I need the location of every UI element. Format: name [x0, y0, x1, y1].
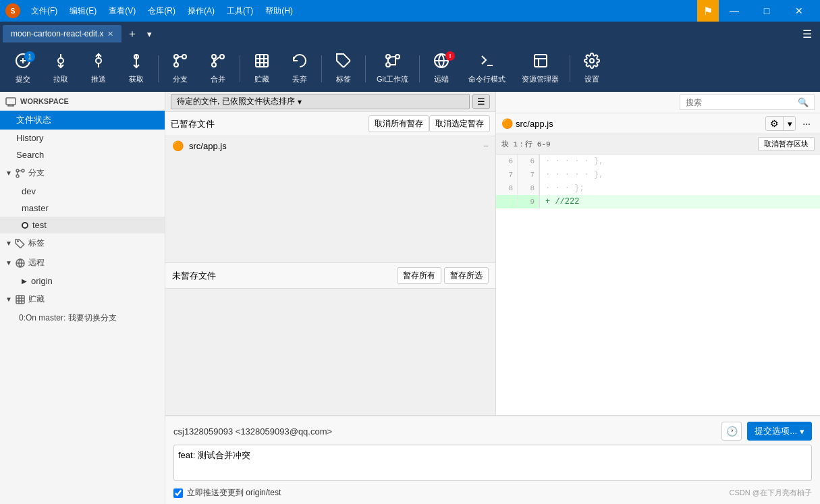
diff-line-7: 7 7 · · · · · },: [496, 168, 820, 181]
svg-rect-38: [6, 98, 16, 105]
settings-button[interactable]: 设置: [574, 50, 609, 87]
menu-view[interactable]: 查看(V): [103, 3, 141, 20]
svg-point-18: [220, 55, 224, 59]
diff-chunk-header: 块 1：行 6-9 取消暂存区块: [496, 134, 820, 155]
unstaged-file-list: [165, 289, 495, 415]
gitflow-button[interactable]: Git工作流: [370, 50, 415, 87]
branch-button[interactable]: 分支: [163, 50, 198, 87]
gitflow-label: Git工作流: [377, 74, 408, 84]
remote-collapse[interactable]: ▼ 远程: [0, 253, 165, 273]
stash-item-0[interactable]: 0:On master: 我要切换分支: [0, 309, 165, 327]
commit-clock-button[interactable]: 🕐: [721, 422, 742, 441]
pull-button[interactable]: 拉取: [43, 50, 78, 87]
diff-search-bar: 🔍: [496, 92, 820, 113]
menu-icon-button[interactable]: ☰: [472, 94, 490, 109]
maximize-button[interactable]: □: [751, 0, 782, 22]
tag-button[interactable]: 标签: [326, 50, 361, 87]
search-input-area[interactable]: 🔍: [680, 94, 815, 110]
branch-master[interactable]: master: [0, 200, 165, 217]
svg-rect-49: [16, 296, 24, 304]
toolbar-sep-5: [419, 55, 420, 82]
diff-line-9-added: 9 + //222: [496, 195, 820, 208]
diff-line-nums-7: 7 7: [496, 168, 540, 181]
toolbar-sep-1: [158, 55, 159, 82]
menu-help[interactable]: 帮助(H): [260, 3, 298, 20]
tab-dropdown-button[interactable]: ▾: [143, 26, 156, 42]
gitflow-icon: [385, 53, 401, 72]
branch-test[interactable]: test: [0, 217, 165, 233]
tags-collapse-icon: ▼: [5, 240, 12, 247]
tab-close-icon[interactable]: ✕: [107, 30, 113, 38]
push-button[interactable]: 推送: [81, 50, 116, 87]
diff-dropdown-arrow[interactable]: ▾: [785, 117, 795, 130]
stash-label: 贮藏: [254, 74, 269, 84]
menu-tools[interactable]: 工具(T): [221, 3, 258, 20]
workspace-header: WORKSPACE: [0, 92, 165, 111]
push-checkbox[interactable]: [173, 488, 183, 498]
svg-point-5: [58, 58, 63, 63]
tab-add-button[interactable]: ＋: [121, 24, 143, 44]
cancel-all-stash-button[interactable]: 取消所有暂存: [368, 115, 429, 132]
stash-collapse[interactable]: ▼ 贮藏: [0, 289, 165, 309]
sidebar-item-search[interactable]: Search: [0, 146, 165, 163]
svg-rect-34: [535, 55, 547, 67]
tags-collapse[interactable]: ▼ 标签: [0, 233, 165, 253]
diff-file-name: src/app.js: [516, 119, 763, 129]
minimize-button[interactable]: —: [719, 0, 750, 22]
menu-actions[interactable]: 操作(A): [182, 3, 220, 20]
diff-gear-button[interactable]: ⚙: [766, 117, 784, 130]
settings-icon: [584, 53, 600, 72]
sidebar-item-history[interactable]: History: [0, 130, 165, 146]
fetch-button[interactable]: 获取: [119, 50, 154, 87]
branch-label: 分支: [173, 74, 188, 84]
sort-dropdown-button[interactable]: 待定的文件, 已依照文件状态排序 ▾: [171, 94, 470, 109]
staged-file-list: 🟠 src/app.js −: [165, 136, 495, 262]
tags-label: 标签: [28, 237, 45, 249]
file-remove-icon[interactable]: −: [483, 140, 489, 151]
diff-line-8: 8 8 · · · };: [496, 181, 820, 195]
toolbar: 1 提交 拉取: [0, 46, 820, 92]
sidebar-item-file-status[interactable]: 文件状态: [0, 111, 165, 130]
branch-dev[interactable]: dev: [0, 183, 165, 200]
svg-rect-21: [256, 55, 268, 67]
remote-button[interactable]: ! 远端: [424, 50, 459, 87]
cancel-selected-stash-button[interactable]: 取消选定暂存: [429, 115, 490, 132]
commit-button[interactable]: 1 提交: [5, 50, 40, 87]
staged-file-item[interactable]: 🟠 src/app.js −: [165, 136, 495, 156]
stash-selected-button[interactable]: 暂存所选: [444, 267, 489, 284]
diff-content: 块 1：行 6-9 取消暂存区块 6 6 · · · · · },: [496, 134, 820, 415]
svg-point-37: [590, 59, 594, 63]
svg-point-46: [18, 240, 19, 242]
branches-collapse[interactable]: ▼ 分支: [0, 163, 165, 183]
menu-file[interactable]: 文件(F): [26, 3, 63, 20]
workspace-label: WORKSPACE: [20, 97, 69, 105]
terminal-button[interactable]: 命令行模式: [462, 50, 512, 87]
discard-button[interactable]: 丢弃: [282, 50, 317, 87]
search-input[interactable]: [686, 98, 795, 107]
svg-point-15: [174, 63, 178, 67]
toolbar-sep-3: [321, 55, 322, 82]
toolbar-sep-4: [365, 55, 366, 82]
remote-origin[interactable]: ▶ origin: [0, 273, 165, 289]
fetch-icon: [128, 53, 144, 72]
push-label: 立即推送变更到 origin/test: [187, 487, 281, 499]
commit-options-button[interactable]: 提交选项... ▾: [747, 422, 812, 441]
stash-collapse-icon: ▼: [5, 296, 12, 303]
close-button[interactable]: ✕: [784, 0, 815, 22]
commit-message-input[interactable]: feat: 测试合并冲突: [173, 445, 812, 481]
active-tab[interactable]: moon-cartoon-react-edit.x ✕: [3, 25, 121, 43]
unstash-chunk-button[interactable]: 取消暂存区块: [758, 137, 815, 151]
sort-dropdown-arrow: ▾: [298, 97, 302, 107]
merge-icon: [210, 53, 226, 72]
stash-button[interactable]: 贮藏: [244, 50, 279, 87]
menu-edit[interactable]: 编辑(E): [64, 3, 102, 20]
menu-repo[interactable]: 仓库(R): [142, 3, 181, 20]
push-label: 推送: [91, 74, 106, 84]
diff-more-button[interactable]: ···: [798, 117, 815, 130]
merge-button[interactable]: 合并: [200, 50, 236, 87]
explorer-button[interactable]: 资源管理器: [515, 50, 566, 87]
stash-all-button[interactable]: 暂存所有: [397, 267, 441, 284]
diff-old-num-7: 7: [496, 168, 518, 181]
hamburger-menu-button[interactable]: ☰: [797, 25, 817, 43]
tag-label: 标签: [336, 74, 351, 84]
